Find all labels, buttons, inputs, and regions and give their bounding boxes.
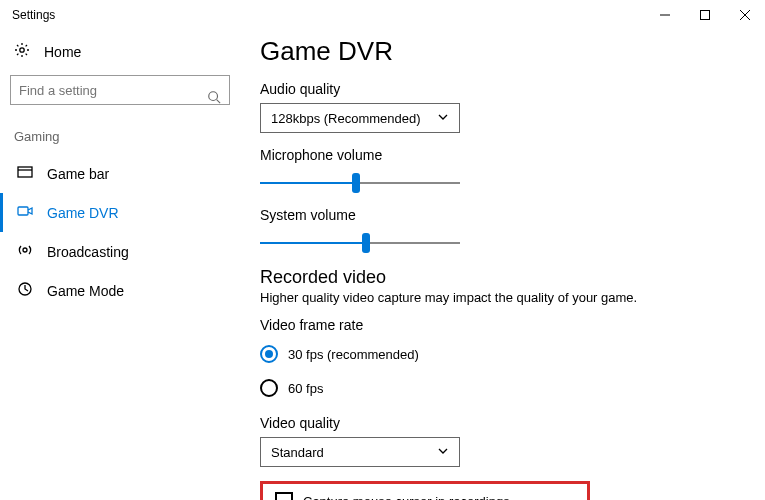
search-input[interactable] — [19, 83, 201, 98]
audio-quality-label: Audio quality — [260, 81, 735, 97]
system-volume-slider[interactable] — [260, 229, 460, 257]
audio-quality-select[interactable]: 128kbps (Recommended) — [260, 103, 460, 133]
home-label: Home — [44, 44, 81, 60]
capture-cursor-option[interactable]: Capture mouse cursor in recordings — [275, 492, 575, 500]
search-box[interactable] — [10, 75, 230, 105]
mic-volume-label: Microphone volume — [260, 147, 735, 163]
recorded-video-subtext: Higher quality video capture may impact … — [260, 290, 735, 305]
gear-icon — [14, 42, 30, 61]
broadcasting-icon — [17, 242, 33, 261]
radio-button[interactable] — [260, 379, 278, 397]
slider-track — [260, 182, 460, 184]
category-heading: Gaming — [10, 125, 230, 154]
svg-rect-1 — [701, 11, 710, 20]
sidebar-item-label: Game DVR — [47, 205, 119, 221]
slider-fill — [260, 242, 366, 244]
slider-track — [260, 242, 460, 244]
close-button[interactable] — [725, 0, 765, 30]
chevron-down-icon — [437, 111, 449, 126]
svg-point-10 — [23, 248, 27, 252]
game-mode-icon — [17, 281, 33, 300]
radio-label: 60 fps — [288, 381, 323, 396]
titlebar: Settings — [0, 0, 765, 30]
slider-thumb[interactable] — [362, 233, 370, 253]
page-title: Game DVR — [260, 36, 735, 67]
window-title: Settings — [12, 8, 645, 22]
checkbox[interactable] — [275, 492, 293, 500]
frame-rate-30-option[interactable]: 30 fps (recommended) — [260, 339, 735, 369]
content-pane: Game DVR Audio quality 128kbps (Recommen… — [240, 30, 765, 500]
sidebar-item-broadcasting[interactable]: Broadcasting — [0, 232, 230, 271]
sidebar-item-label: Game Mode — [47, 283, 124, 299]
system-volume-label: System volume — [260, 207, 735, 223]
radio-label: 30 fps (recommended) — [288, 347, 419, 362]
minimize-button[interactable] — [645, 0, 685, 30]
frame-rate-60-option[interactable]: 60 fps — [260, 373, 735, 403]
slider-thumb[interactable] — [352, 173, 360, 193]
slider-fill — [260, 182, 356, 184]
svg-rect-9 — [18, 207, 28, 215]
sidebar-item-game-bar[interactable]: Game bar — [0, 154, 230, 193]
video-quality-label: Video quality — [260, 415, 735, 431]
mic-volume-slider[interactable] — [260, 169, 460, 197]
maximize-button[interactable] — [685, 0, 725, 30]
svg-point-5 — [209, 92, 218, 101]
radio-button[interactable] — [260, 345, 278, 363]
svg-point-4 — [20, 48, 24, 52]
sidebar-item-label: Broadcasting — [47, 244, 129, 260]
sidebar-item-label: Game bar — [47, 166, 109, 182]
frame-rate-label: Video frame rate — [260, 317, 735, 333]
svg-line-6 — [217, 100, 221, 104]
highlighted-setting: Capture mouse cursor in recordings — [260, 481, 590, 500]
select-value: 128kbps (Recommended) — [271, 111, 421, 126]
select-value: Standard — [271, 445, 324, 460]
sidebar-item-game-dvr[interactable]: Game DVR — [0, 193, 230, 232]
game-dvr-icon — [17, 203, 33, 222]
checkbox-label: Capture mouse cursor in recordings — [303, 494, 510, 501]
sidebar: Home Gaming Game bar Game DVR Broadcasti… — [0, 30, 240, 500]
chevron-down-icon — [437, 445, 449, 460]
recorded-video-heading: Recorded video — [260, 267, 735, 288]
home-button[interactable]: Home — [10, 36, 230, 75]
video-quality-select[interactable]: Standard — [260, 437, 460, 467]
svg-rect-7 — [18, 167, 32, 177]
game-bar-icon — [17, 164, 33, 183]
sidebar-item-game-mode[interactable]: Game Mode — [0, 271, 230, 310]
